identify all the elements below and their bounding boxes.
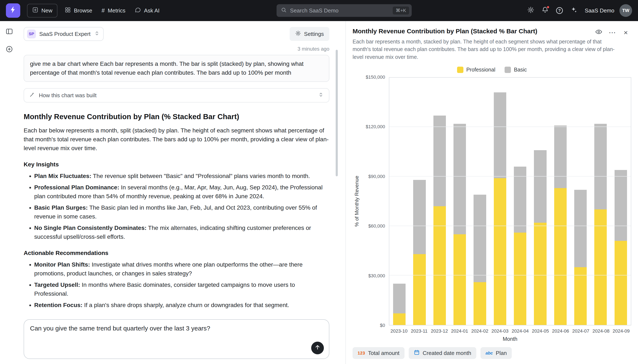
bar-2024-04[interactable] <box>510 78 530 325</box>
professional-segment[interactable] <box>534 223 546 325</box>
send-button[interactable] <box>311 342 324 354</box>
plus-circle-icon <box>6 45 13 54</box>
professional-segment[interactable] <box>574 267 587 325</box>
bar-2024-03[interactable] <box>490 78 510 325</box>
bar-2024-02[interactable] <box>470 78 490 325</box>
x-tick-label: 2024-06 <box>550 326 571 335</box>
insight-bold: Professional Plan Dominance: <box>34 184 119 191</box>
x-tick-label: 2023-12 <box>429 326 449 335</box>
help-button[interactable]: ? <box>553 4 566 17</box>
basic-segment[interactable] <box>413 180 426 254</box>
sidebar-toggle-button[interactable] <box>4 26 15 38</box>
browse-button[interactable]: Browse <box>60 4 97 17</box>
top-navbar: New Browse # Metrics Ask AI ⌘+K <box>0 0 638 21</box>
legend-item-professional[interactable]: Professional <box>457 67 495 73</box>
professional-segment[interactable] <box>554 188 567 325</box>
grid-icon <box>65 7 71 14</box>
bar-2024-08[interactable] <box>590 78 610 325</box>
x-axis-title: Month <box>389 336 631 342</box>
chat-header: SP SaaS Product Expert Settings <box>24 27 329 41</box>
user-avatar[interactable]: TW <box>619 4 632 17</box>
search-area: ⌘+K <box>164 4 524 17</box>
x-tick-label: 2024-08 <box>591 326 611 335</box>
string-field-icon: abc <box>486 351 493 356</box>
basic-segment[interactable] <box>534 150 546 223</box>
view-button[interactable] <box>593 27 604 38</box>
list-item: Monitor Plan Shifts: Investigate what dr… <box>34 260 329 278</box>
x-axis-ticks: 2023-102023-112023-122024-012024-022024-… <box>389 326 631 335</box>
app-window: New Browse # Metrics Ask AI ⌘+K <box>0 0 638 364</box>
field-tags: 123 Total amount Created date month abc … <box>353 347 631 359</box>
new-button[interactable]: New <box>27 4 58 18</box>
x-tick-label: 2024-02 <box>470 326 490 335</box>
bar-2023-12[interactable] <box>430 78 450 325</box>
professional-segment[interactable] <box>594 210 607 325</box>
search-input[interactable] <box>290 8 389 14</box>
bar-2023-11[interactable] <box>409 78 429 325</box>
chat-input-box[interactable]: Can you give the same trend but quarterl… <box>24 319 329 359</box>
navbar-actions: ? SaaS Demo TW <box>524 4 632 17</box>
professional-segment[interactable] <box>474 282 486 325</box>
app-logo[interactable] <box>6 3 20 18</box>
insight-bold: Basic Plan Surges: <box>34 204 88 211</box>
list-item: Basic Plan Surges: The Basic plan led in… <box>34 203 329 221</box>
bar-2024-07[interactable] <box>570 78 590 325</box>
settings-nav-button[interactable] <box>524 4 537 17</box>
basic-segment[interactable] <box>494 92 506 178</box>
x-tick-label: 2024-07 <box>571 326 591 335</box>
basic-segment[interactable] <box>393 284 406 314</box>
bar-2023-10[interactable] <box>389 78 409 325</box>
legend-label: Professional <box>466 67 495 73</box>
notifications-button[interactable] <box>538 4 552 17</box>
basic-segment[interactable] <box>574 190 587 268</box>
professional-segment[interactable] <box>393 314 406 325</box>
bar-2024-05[interactable] <box>530 78 550 325</box>
y-tick-label: $60,000 <box>368 223 385 229</box>
legend-item-basic[interactable]: Basic <box>505 67 527 73</box>
ask-ai-button[interactable]: Ask AI <box>130 4 164 17</box>
settings-button[interactable]: Settings <box>290 27 329 41</box>
basic-segment[interactable] <box>614 170 627 241</box>
metric-tag[interactable]: 123 Total amount <box>353 347 405 359</box>
metrics-button[interactable]: # Metrics <box>97 5 130 16</box>
basic-segment[interactable] <box>554 126 567 188</box>
professional-segment[interactable] <box>614 241 627 325</box>
professional-segment[interactable] <box>433 206 446 325</box>
professional-segment[interactable] <box>454 234 466 325</box>
settings-label: Settings <box>304 31 324 37</box>
workspace-name[interactable]: SaaS Demo <box>585 8 614 14</box>
key-insights-list: Plan Mix Fluctuates: The revenue split b… <box>24 172 329 241</box>
agent-selector[interactable]: SP SaaS Product Expert <box>24 27 104 41</box>
y-tick-label: $30,000 <box>368 273 385 278</box>
basic-segment[interactable] <box>474 195 486 282</box>
browse-label: Browse <box>74 8 92 14</box>
bar-2024-06[interactable] <box>550 78 570 325</box>
new-thread-button[interactable] <box>4 44 15 56</box>
basic-segment[interactable] <box>433 116 446 206</box>
legend-swatch <box>457 67 463 73</box>
basic-segment[interactable] <box>594 124 607 210</box>
professional-segment[interactable] <box>494 178 506 325</box>
response-intro: Each bar below represents a month, split… <box>24 126 329 153</box>
bar-2024-01[interactable] <box>450 78 470 325</box>
y-axis-ticks: $0$30,000$60,000$90,000$120,000$150,000 <box>361 77 389 326</box>
date-dimension-tag[interactable]: Created date month <box>409 347 476 359</box>
chart-header: Monthly Revenue Contribution by Plan (St… <box>353 27 631 61</box>
global-search[interactable]: ⌘+K <box>276 4 412 17</box>
chat-input[interactable]: Can you give the same trend but quarterl… <box>30 325 323 348</box>
bar-2024-09[interactable] <box>611 78 631 325</box>
metrics-label: Metrics <box>108 8 125 14</box>
ai-response: Monthly Revenue Contribution by Plan (% … <box>24 102 329 314</box>
basic-segment[interactable] <box>514 166 526 232</box>
close-panel-button[interactable]: × <box>620 27 631 38</box>
professional-segment[interactable] <box>514 232 526 325</box>
professional-segment[interactable] <box>413 254 426 325</box>
dimension-tag[interactable]: abc Plan <box>481 347 512 359</box>
how-built-toggle[interactable]: How this chart was built <box>24 88 329 102</box>
x-tick-label: 2024-01 <box>449 326 470 335</box>
basic-segment[interactable] <box>454 124 466 234</box>
ai-features-button[interactable] <box>567 4 580 17</box>
scrollbar[interactable] <box>336 50 338 176</box>
more-menu-button[interactable]: ⋯ <box>607 27 618 38</box>
tag-label: Total amount <box>368 350 399 356</box>
